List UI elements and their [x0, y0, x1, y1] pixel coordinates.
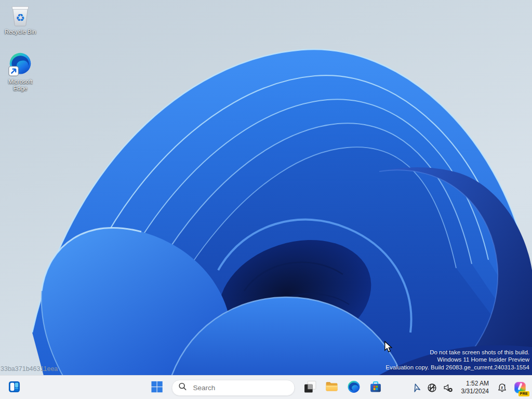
search-icon: [179, 382, 187, 393]
copilot-button[interactable]: PRE: [512, 379, 528, 396]
svg-text:z: z: [503, 383, 505, 386]
build-hash-watermark: 33ba371b46311eea: [1, 365, 58, 373]
taskbar-center-cluster: [147, 378, 385, 397]
edge-icon: [347, 380, 360, 395]
desktop-icon-label: Recycle Bin: [5, 29, 36, 35]
task-view-button[interactable]: [300, 378, 320, 397]
start-button[interactable]: [147, 378, 167, 397]
file-explorer-folder-icon: [325, 380, 339, 395]
file-explorer-button[interactable]: [322, 378, 342, 397]
taskbar-search[interactable]: [172, 380, 295, 396]
copilot-preview-badge: PRE: [518, 391, 529, 396]
clock[interactable]: 1:52 AM 3/31/2024: [460, 380, 490, 395]
volume-muted-icon[interactable]: [443, 380, 454, 395]
mouse-cursor: [383, 341, 394, 353]
svg-text:♻: ♻: [16, 12, 25, 24]
desktop-icon-microsoft-edge[interactable]: Microsoft Edge: [0, 52, 41, 92]
notification-bell-dnd-icon[interactable]: z z: [496, 380, 508, 395]
task-view-icon: [303, 380, 316, 395]
search-input[interactable]: [192, 383, 277, 392]
svg-text:z: z: [501, 385, 503, 390]
microsoft-store-button[interactable]: [366, 378, 385, 397]
windows-logo-icon: [151, 381, 163, 395]
edge-icon: [8, 52, 33, 77]
widgets-button[interactable]: [4, 378, 24, 397]
clock-time: 1:52 AM: [466, 380, 489, 388]
watermark-line-2: Windows 11 Home Insider Preview: [385, 356, 529, 364]
watermark-line-1: Do not take screen shots of this build.: [385, 349, 529, 356]
widgets-icon: [8, 381, 20, 395]
edge-taskbar-button[interactable]: [344, 378, 364, 397]
shortcut-arrow-badge: [9, 66, 18, 76]
desktop: ♻ Recycle Bin Microsof: [0, 0, 532, 399]
desktop-icon-label: Microsoft Edge: [4, 78, 36, 92]
recycle-bin-icon: ♻: [9, 3, 32, 27]
bloom-wallpaper: [0, 0, 532, 399]
watermark-line-3: Evaluation copy. Build 26083.ge_current.…: [385, 364, 529, 371]
network-globe-no-internet-icon[interactable]: [427, 380, 438, 395]
taskbar: 1:52 AM 3/31/2024 z z PRE: [0, 375, 532, 399]
system-tray: 1:52 AM 3/31/2024 z z PRE: [410, 376, 528, 399]
desktop-icon-recycle-bin[interactable]: ♻ Recycle Bin: [0, 3, 41, 35]
clock-date: 3/31/2024: [461, 388, 489, 395]
microsoft-store-icon: [369, 380, 382, 395]
location-arrow-icon[interactable]: [410, 380, 422, 395]
evaluation-watermark: Do not take screen shots of this build. …: [385, 349, 529, 371]
